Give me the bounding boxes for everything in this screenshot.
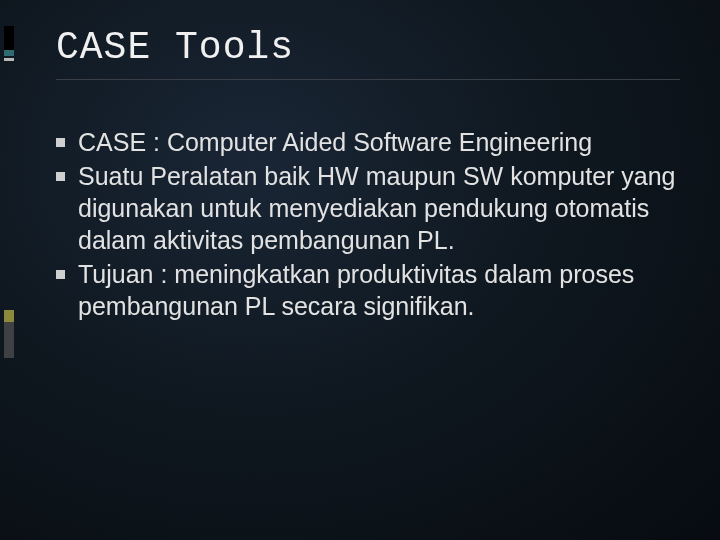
accent-seg-teal (4, 50, 14, 56)
slide-content: CASE Tools CASE : Computer Aided Softwar… (56, 26, 680, 324)
accent-seg-light (4, 58, 14, 61)
list-item: CASE : Computer Aided Software Engineeri… (78, 126, 680, 158)
slide-title: CASE Tools (56, 26, 680, 69)
list-item: Tujuan : meningkatkan produktivitas dala… (78, 258, 680, 322)
bullet-list: CASE : Computer Aided Software Engineeri… (56, 126, 680, 322)
side-accent-bottom (4, 310, 14, 358)
accent-seg-black (4, 26, 14, 50)
list-item: Suatu Peralatan baik HW maupun SW komput… (78, 160, 680, 256)
title-rule (56, 79, 680, 80)
side-accent-top (4, 26, 14, 61)
accent-seg-olive (4, 310, 14, 322)
accent-seg-gray (4, 322, 14, 358)
